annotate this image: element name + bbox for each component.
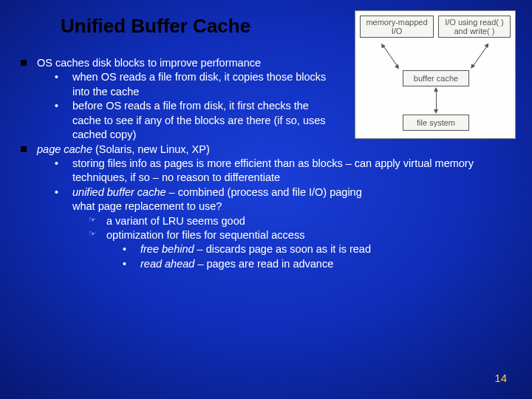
slide-content: OS caches disk blocks to improve perform…: [21, 56, 513, 271]
bullet-l3: ☞a variant of LRU seems good: [21, 214, 513, 228]
pointer-bullet-icon: ☞: [89, 228, 99, 242]
dot-bullet-icon: •: [55, 70, 65, 99]
bullet-text: read ahead – pages are read in advance: [140, 257, 513, 271]
dot-bullet-icon: •: [123, 242, 133, 256]
diagram-box-rw: I/O using read( ) and write( ): [438, 16, 511, 38]
bullet-l1: page cache (Solaris, new Linux, XP): [21, 143, 513, 157]
dot-bullet-icon: •: [55, 99, 65, 142]
slide-title: Unified Buffer Cache: [61, 15, 250, 38]
bullet-text: a variant of LRU seems good: [106, 214, 513, 228]
bullet-l4: •read ahead – pages are read in advance: [21, 257, 513, 271]
page-number: 14: [494, 372, 507, 384]
pointer-bullet-icon: ☞: [89, 214, 99, 228]
dot-bullet-icon: •: [123, 257, 133, 271]
dot-bullet-icon: •: [55, 185, 65, 214]
bullet-text: when OS reads a file from disk, it copie…: [72, 70, 338, 99]
square-bullet-icon: [21, 60, 27, 66]
bullet-l2: •when OS reads a file from disk, it copi…: [21, 70, 513, 99]
bullet-text: optimization for files for sequential ac…: [106, 228, 513, 242]
bullet-l2: •storing files info as pages is more eff…: [21, 157, 513, 185]
bullet-l3: ☞optimization for files for sequential a…: [21, 228, 513, 242]
bullet-l2: •unified buffer cache – combined (proces…: [21, 185, 513, 214]
bullet-l1: OS caches disk blocks to improve perform…: [21, 56, 513, 70]
bullet-text: before OS reads a file from disk, it fir…: [72, 99, 338, 142]
bullet-text: unified buffer cache – combined (process…: [72, 185, 513, 214]
square-bullet-icon: [21, 146, 27, 152]
bullet-text: page cache (Solaris, new Linux, XP): [37, 143, 513, 157]
bullet-l4: •free behind – discards page as soon as …: [21, 242, 513, 256]
bullet-text: OS caches disk blocks to improve perform…: [37, 56, 310, 70]
bullet-l2: •before OS reads a file from disk, it fi…: [21, 99, 513, 142]
bullet-text: storing files info as pages is more effi…: [72, 157, 513, 185]
bullet-text: free behind – discards page as soon as i…: [140, 242, 513, 256]
dot-bullet-icon: •: [55, 157, 65, 185]
diagram-box-mmio: memory-mapped I/O: [360, 16, 434, 38]
